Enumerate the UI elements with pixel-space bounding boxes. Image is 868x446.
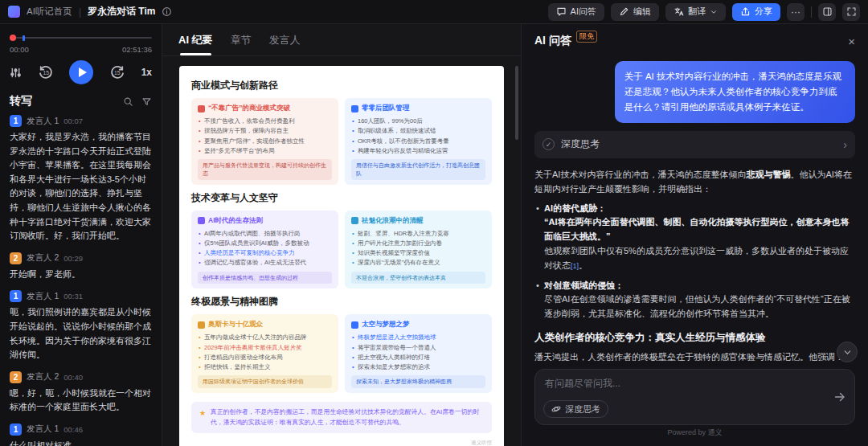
card-footer: 创作本质是情感共鸣、思想生成的过程 — [198, 272, 332, 284]
highlight-text: 真正的创作者，不是内容的搬运工，而是用生命经验对抗技术异化的觉醒诗人。在AI席卷… — [211, 407, 484, 428]
qa-input-box[interactable]: 深度思考 — [534, 369, 855, 425]
card-bullet: 2029年前冲击奥斯卡最佳真人短片奖 — [198, 343, 332, 352]
summary-card[interactable]: 祛魅化浪潮中的清醒 短剧、竖屏、HDR卷入注意力竞赛 用户碎片化注意力加剧行业内… — [345, 211, 492, 289]
star-icon: ★ — [199, 407, 206, 428]
translate-label: 翻译 — [688, 6, 706, 18]
seek-bar[interactable] — [10, 34, 152, 42]
speaker-name: 发言人 1 — [27, 116, 59, 127]
qa-panel: AI 问答 限免 × 关于 AI 技术对内容行业的冲击，潘天鸿的态度是乐观还是悲… — [521, 24, 868, 446]
tab-speakers[interactable]: 发言人 — [269, 24, 301, 55]
info-icon[interactable] — [162, 6, 172, 17]
bullet-text: 。 — [579, 260, 588, 270]
transcript-text[interactable]: 大家好，我是罗永浩，我的播客节目罗永浩的十字路口今天开始正式登陆小宇宙、苹果播客… — [10, 130, 152, 243]
translate-button[interactable]: 翻译 — [665, 3, 726, 21]
transcript-text[interactable]: 开始啊，罗老师。 — [10, 268, 152, 282]
more-button[interactable]: ··· — [787, 3, 805, 21]
tab-ai-summary[interactable]: AI 纪要 — [178, 24, 213, 55]
timestamp[interactable]: 00:29 — [63, 254, 83, 263]
free-badge: 限免 — [576, 31, 597, 43]
ai-qa-button[interactable]: AI问答 — [548, 3, 604, 21]
card-bullet: 取消职级体系，鼓励快速试错 — [351, 126, 485, 135]
transcript-text[interactable]: 呃，我们照例讲的嘉宾都是从小时候开始说起的。说说你小时候的那个成长环境。因为关于… — [10, 305, 152, 362]
transcript-entry[interactable]: 1 发言人 1 00:31 呃，我们照例讲的嘉宾都是从小时候开始说起的。说说你小… — [10, 290, 152, 362]
send-button[interactable] — [833, 391, 846, 403]
scrollbar[interactable] — [515, 66, 518, 140]
card-title: “不靠广告”的商业模式突破 — [208, 104, 290, 113]
summary-card[interactable]: 太空与梦想之梦 终极梦想是进入太空拍摄地球 将宇宙景观带给每一个普通人 把太空视… — [345, 314, 492, 393]
speed-button[interactable]: 1x — [141, 67, 152, 78]
equalizer-icon[interactable] — [10, 67, 22, 79]
transcript-entry[interactable]: 1 发言人 1 00:46 什么叫相对标准。 — [10, 423, 152, 446]
card-icon — [198, 105, 205, 113]
deep-think-toggle[interactable]: 深度思考 — [543, 400, 608, 418]
bullet-text: 他观察到团队中仅有5%的成员充分意识到这一威胁，多数从业者的处于被动应对状态 — [544, 246, 849, 270]
card-bullet: 更聚焦用户“陪伴”，实现创作者独立性 — [198, 137, 332, 145]
bullet-quote: “AI将在两年内全面替代调图、制图、自动化拍摄等执行型岗位，创意本身也将面临巨大… — [544, 217, 850, 241]
play-button[interactable] — [69, 60, 93, 84]
search-icon[interactable] — [123, 96, 133, 107]
comment-panel-icon[interactable] — [818, 3, 836, 21]
transcript-entry[interactable]: 1 发言人 1 00:07 大家好，我是罗永浩，我的播客节目罗永浩的十字路口今天… — [10, 115, 152, 243]
qa-input[interactable] — [545, 377, 822, 395]
chat-icon — [556, 6, 567, 17]
summary-card[interactable]: 零零后团队管理 160人团队，99%为00后 取消职级体系，鼓励快速试错 OKR… — [345, 98, 492, 185]
edit-button[interactable]: 编辑 — [611, 3, 659, 21]
playhead[interactable] — [10, 35, 16, 41]
qa-input-area: 深度思考 Powered by 通义 — [522, 361, 868, 446]
citation-link[interactable]: [1] — [571, 262, 579, 270]
speaker-badge: 1 — [10, 290, 22, 302]
rewind-15-button[interactable]: 15 — [38, 64, 54, 80]
topbar: AI听记首页 | 罗永浩对话 Tim AI问答 编辑 翻译 分享 — [0, 0, 868, 24]
toolbar-divider — [811, 6, 812, 18]
svg-text:15: 15 — [114, 70, 121, 76]
filter-icon[interactable] — [141, 96, 152, 107]
card-bullet: 用户碎片化注意力加剧行业内卷 — [351, 239, 485, 248]
transcript-entry[interactable]: 2 发言人 2 00:29 开始啊，罗老师。 — [10, 252, 152, 282]
card-bullet: 人类经历是不可复制的核心竞争力 — [198, 248, 332, 257]
transcript-heading: 转写 — [10, 94, 32, 108]
current-time: 00:00 — [10, 45, 29, 54]
card-bullet: 打造精品内容驱动全球化布局 — [198, 353, 332, 362]
transcript-text[interactable]: 嗯，好，呃，小时候我就在一个相对标准的一个家庭里面长大吧。 — [10, 387, 152, 415]
card-title: 祛魅化浪潮中的清醒 — [362, 216, 424, 226]
total-time: 02:51:36 — [122, 45, 152, 54]
topbar-actions: AI问答 编辑 翻译 分享 ··· — [548, 3, 860, 21]
app-window: AI听记首页 | 罗永浩对话 Tim AI问答 编辑 翻译 分享 — [0, 0, 868, 446]
card-bullet: AI两年内或取代调图、拍摄等执行岗 — [198, 229, 332, 238]
answer-bold: 悲观与警惕 — [746, 170, 790, 179]
tab-chapters[interactable]: 章节 — [231, 24, 252, 55]
speaker-badge: 1 — [10, 115, 22, 127]
summary-panel: AI 纪要 章节 发言人 商业模式与创新路径 “不靠广告”的商业模式突破 不接广… — [162, 24, 521, 446]
card-footer: 用信任与自由激发新生代创作活力，打造高创意团队 — [351, 159, 485, 180]
transcript-list[interactable]: 1 发言人 1 00:07 大家好，我是罗永浩，我的播客节目罗永浩的十字路口今天… — [0, 113, 162, 446]
summary-scroll-area[interactable]: 商业模式与创新路径 “不靠广告”的商业模式突破 不接广告收入，依靠会员付费盈利 … — [162, 56, 521, 446]
deep-think-icon — [551, 404, 561, 414]
timestamp[interactable]: 00:46 — [63, 425, 83, 434]
forward-15-button[interactable]: 15 — [109, 64, 125, 80]
scroll-to-bottom-button[interactable] — [837, 342, 858, 362]
card-bullet: 将宇宙景观带给每一个普通人 — [351, 343, 485, 352]
timestamp[interactable]: 00:31 — [63, 292, 83, 301]
timestamp[interactable]: 00:40 — [63, 373, 83, 382]
timeline-marker — [23, 35, 25, 41]
transcript-entry[interactable]: 2 发言人 2 00:40 嗯，好，呃，小时候我就在一个相对标准的一个家庭里面长… — [10, 371, 152, 415]
deep-think-accordion[interactable]: ✓ 深度思考 › — [534, 131, 855, 158]
breadcrumb-home[interactable]: AI听记首页 — [27, 6, 72, 18]
deep-think-label: 深度思考 — [561, 137, 600, 151]
share-button[interactable]: 分享 — [732, 3, 780, 21]
audio-player: 00:00 02:51:36 15 15 1x — [0, 24, 162, 88]
qa-chat-area[interactable]: 关于 AI 技术对内容行业的冲击，潘天鸿的态度是乐观还是悲观？他认为未来人类创作… — [522, 58, 868, 361]
main-area: 00:00 02:51:36 15 15 1x — [0, 24, 868, 446]
player-controls: 15 15 1x — [10, 60, 152, 84]
transcript-text[interactable]: 什么叫相对标准。 — [10, 439, 152, 446]
summary-card[interactable]: “不靠广告”的商业模式突破 不接广告收入，依靠会员付费盈利 摆脱品牌方干预，保障… — [191, 98, 338, 185]
card-bullet: OKR考核，以不伤创新为首要考量 — [351, 137, 485, 145]
ai-answer: 关于AI技术对内容行业的冲击，潘天鸿的态度整体倾向悲观与警惕。他认为AI将在短期… — [534, 168, 855, 361]
close-icon[interactable]: × — [848, 35, 855, 48]
summary-card[interactable]: 奥斯卡与十亿观众 五年内做成全球十亿人关注的内容品牌 2029年前冲击奥斯卡最佳… — [191, 314, 338, 393]
fullscreen-icon[interactable] — [842, 3, 860, 21]
timestamp[interactable]: 00:07 — [63, 117, 83, 125]
speaker-badge: 2 — [10, 252, 22, 264]
pencil-icon — [619, 6, 629, 17]
summary-card[interactable]: AI时代的生存法则 AI两年内或取代调图、拍摄等执行岗 仅5%团队成员意识到AI… — [191, 211, 338, 289]
